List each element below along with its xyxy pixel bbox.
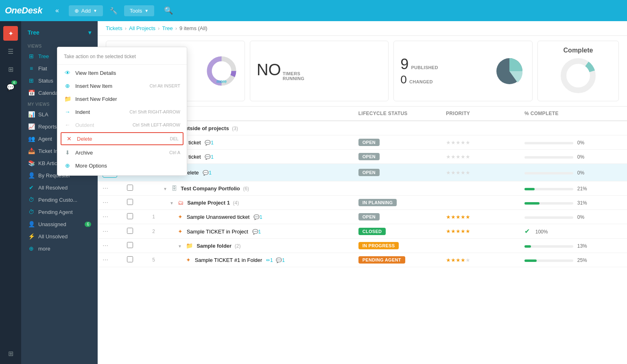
sidebar-icon-board[interactable]: ⊞ — [3, 62, 18, 76]
sidebar-icon-grid[interactable]: ⊞ — [3, 346, 18, 361]
sidebar-item-pending-custom[interactable]: ⏱ Pending Custo... — [21, 194, 98, 206]
menu-item-archive[interactable]: ⬇ Archive Ctrl A — [57, 146, 187, 159]
unassigned-icon: 👤 — [28, 221, 35, 227]
expand-portfolio[interactable]: ▼ — [163, 187, 167, 191]
complete-cell: 0% — [520, 135, 627, 150]
priority-stars: ★★★★★ — [446, 170, 470, 176]
priority-cell: ★★★★★ — [441, 224, 520, 239]
sidebar-header[interactable]: Tree ▾ — [21, 24, 98, 41]
collapse-nav-button[interactable]: « — [52, 5, 62, 16]
sidebar-item-pending-agent[interactable]: ⏱ Pending Agent — [21, 206, 98, 218]
row-actions-btn[interactable]: ⋯ — [103, 228, 108, 235]
status-badge: OPEN — [358, 153, 380, 160]
pending-agent-icon: ⏱ — [28, 209, 35, 215]
by-requester-icon: 👤 — [28, 172, 35, 179]
stat-card-complete: Complete — [537, 41, 619, 101]
row-actions-cell: ⋯ — [98, 210, 122, 224]
col-name: Name — [158, 107, 354, 121]
stat-published-chart — [493, 57, 526, 85]
row-actions-btn[interactable]: ⋯ — [103, 257, 108, 263]
row-actions-btn[interactable]: ⋯ — [103, 214, 108, 220]
delete-shortcut: DEL — [170, 136, 179, 141]
row-checkbox[interactable] — [127, 228, 133, 234]
add-dropdown-arrow: ▼ — [93, 9, 97, 13]
agent-icon: 👥 — [28, 135, 35, 142]
outside-projects-count: (3) — [232, 126, 238, 131]
row-checkbox[interactable] — [127, 185, 133, 191]
row-actions-btn[interactable]: ⋯ — [103, 185, 108, 192]
grid-icon: ⊞ — [8, 350, 13, 357]
ticket-inbox-icon: 📥 — [28, 148, 35, 154]
pct-label: 13% — [577, 243, 587, 249]
comment-badge: 💬1 — [205, 140, 214, 146]
expand-folder[interactable]: ▼ — [178, 244, 182, 248]
item-name-cell: ✦ to delete 💬1 — [158, 164, 354, 181]
progress-fill — [524, 188, 535, 190]
project-icon: 🗂 — [178, 199, 184, 206]
menu-item-view-details[interactable]: 👁 View Item Details — [57, 66, 187, 79]
stat-published-text: 9 PUBLISHED 0 CHANGED — [400, 57, 488, 85]
priority-cell: ★★★★★ — [441, 135, 520, 150]
progress-fill — [524, 245, 531, 248]
row-checkbox[interactable] — [127, 213, 133, 219]
reports-icon: 📈 — [28, 123, 35, 130]
row-checkbox[interactable] — [127, 256, 133, 262]
tools-button[interactable]: Tools ▼ — [124, 5, 154, 16]
more-link[interactable]: more — [216, 79, 227, 84]
status-cell: IN PROGRESS — [354, 239, 441, 253]
breadcrumb-tree[interactable]: Tree — [162, 25, 173, 31]
complete-cell: 31% — [520, 196, 627, 210]
menu-item-indent[interactable]: → Indent Ctrl Shift RIGHT-ARROW — [57, 105, 187, 118]
insert-folder-icon: 📁 — [64, 96, 71, 102]
expand-project[interactable]: ▼ — [170, 201, 174, 205]
item-name-cell: ✦ test ticket 💬1 — [158, 150, 354, 164]
complete-cell: 0% — [520, 164, 627, 181]
add-button[interactable]: ⊕ Add ▼ — [69, 5, 103, 16]
reports-label: Reports — [38, 124, 57, 130]
row-checkbox[interactable] — [127, 199, 133, 205]
sidebar-icon-tickets[interactable]: ✦ — [3, 26, 18, 41]
sidebar-icon-list[interactable]: ☰ — [3, 44, 18, 59]
status-cell: CLOSED — [354, 224, 441, 239]
sidebar-icon-chat[interactable]: 💬 6 — [3, 80, 18, 94]
table-row: ⋯ 2 ✦ Sample TICKET in Project 💬1 CLOSED… — [98, 224, 627, 239]
stat-published-label: PUBLISHED — [411, 65, 438, 70]
menu-item-more-options[interactable]: ⊕ More Options — [57, 159, 187, 172]
flat-label: Flat — [38, 65, 47, 72]
sidebar-item-more[interactable]: ⊕ more — [21, 242, 98, 255]
search-button[interactable]: 🔍 — [164, 6, 173, 15]
sidebar-item-all-unsolved[interactable]: ⚡ All Unsolved — [21, 230, 98, 242]
row-checkbox[interactable] — [127, 242, 133, 248]
table-row: ⋯ 5 ✦ Sample TICKET #1 in Folder ✏1 💬1 P… — [98, 253, 627, 267]
priority-stars: ★★★★ — [446, 257, 465, 263]
progress-fill — [524, 202, 540, 205]
breadcrumb-tickets[interactable]: Tickets — [106, 25, 122, 31]
complete-check-icon: ✔ — [524, 228, 530, 235]
sidebar-item-unassigned[interactable]: 👤 Unassigned 6 — [21, 218, 98, 230]
status-badge: IN PROGRESS — [358, 242, 399, 249]
subgroup-name-cell: ▼ 🗂 Sample Project 1 (4) — [158, 196, 354, 210]
status-cell: OPEN — [354, 150, 441, 164]
tickets-icon: ✦ — [8, 30, 13, 37]
breadcrumb-all-projects[interactable]: All Projects — [129, 25, 155, 31]
portfolio-count: (6) — [243, 186, 249, 192]
menu-item-delete[interactable]: ✕ Delete DEL — [61, 132, 184, 145]
menu-item-insert-new-item[interactable]: ⊕ Insert New Item Ctrl Alt INSERT — [57, 79, 187, 92]
complete-cell: 13% — [520, 239, 627, 253]
status-badge: PENDING AGENT — [358, 256, 405, 264]
group-name-cell: ▼ 🗄 Test Company Portfolio (6) — [158, 181, 441, 196]
priority-stars: ★★★★★ — [446, 154, 470, 160]
insert-item-shortcut: Ctrl Alt INSERT — [149, 83, 180, 88]
progress-bar — [524, 216, 573, 219]
row-actions-btn[interactable]: ⋯ — [103, 199, 108, 206]
chat-badge: 6 — [11, 81, 17, 85]
priority-cell: ★★★★★ — [441, 253, 520, 267]
menu-item-insert-new-folder[interactable]: 📁 Insert New Folder — [57, 92, 187, 105]
row-checkbox-cell — [122, 239, 138, 253]
all-projects-dropdown[interactable]: ▾ — [88, 29, 91, 36]
outdent-icon: ← — [64, 122, 71, 128]
sidebar-item-all-resolved[interactable]: ✔ All Resolved — [21, 181, 98, 194]
more-nav-label: more — [38, 246, 50, 252]
row-actions-btn[interactable]: ⋯ — [103, 242, 108, 249]
item-name-cell: ✦ test ticket 💬1 — [158, 135, 354, 150]
